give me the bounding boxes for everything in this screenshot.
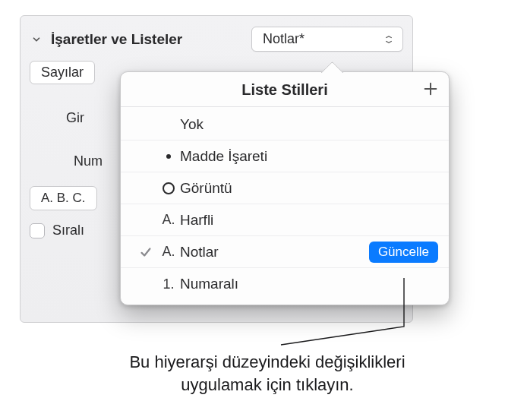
list-style-option[interactable]: Yok <box>121 109 449 141</box>
popover-header: Liste Stilleri <box>121 72 449 107</box>
ordered-checkbox[interactable] <box>30 223 45 238</box>
list-style-option[interactable]: A.NotlarGüncelle <box>121 236 449 268</box>
numbers-label: Sayılar <box>41 65 84 81</box>
numbering-format-value: A. B. C. <box>41 191 86 206</box>
list-styles-popover: Liste Stilleri YokMadde İşaretiGörüntüA.… <box>120 71 450 305</box>
list-style-option[interactable]: Madde İşareti <box>121 141 449 172</box>
list-style-label: Numaralı <box>180 276 438 292</box>
list-style-label: Görüntü <box>180 180 438 197</box>
checkmark-icon <box>134 245 157 259</box>
list-style-dropdown[interactable]: Notlar* <box>251 27 403 52</box>
list-style-option[interactable]: A.Harfli <box>121 204 449 236</box>
callout-text: Bu hiyerarşi düzeyindeki değişiklikleri … <box>55 351 480 396</box>
list-style-label: Yok <box>180 116 438 133</box>
indent-label-fragment: Gir <box>66 110 84 126</box>
list-style-value: Notlar* <box>263 31 305 47</box>
ordered-checkbox-label: Sıralı <box>52 223 84 238</box>
list-style-option[interactable]: 1.Numaralı <box>121 268 449 300</box>
disclosure-triangle-icon[interactable] <box>30 33 43 46</box>
numbering-label-fragment: Num <box>74 153 103 169</box>
callout-line1: Bu hiyerarşi düzeyindeki değişiklikleri <box>129 352 405 371</box>
numbers-dropdown[interactable]: Sayılar <box>30 61 95 84</box>
callout-line2: uygulamak için tıklayın. <box>181 375 353 394</box>
list-marker-icon: A. <box>157 212 180 228</box>
chevron-down-icon <box>383 33 395 46</box>
popover-list: YokMadde İşaretiGörüntüA.HarfliA.NotlarG… <box>121 107 449 305</box>
popover-title: Liste Stilleri <box>241 81 327 98</box>
list-style-label: Harfli <box>180 212 438 229</box>
list-style-label: Madde İşareti <box>180 148 438 165</box>
list-style-label: Notlar <box>180 244 369 261</box>
update-style-button[interactable]: Güncelle <box>369 242 438 263</box>
section-header-row: İşaretler ve Listeler Notlar* <box>21 16 412 59</box>
numbering-format-dropdown[interactable]: A. B. C. <box>30 186 97 210</box>
section-title: İşaretler ve Listeler <box>51 31 182 48</box>
list-style-option[interactable]: Görüntü <box>121 172 449 204</box>
list-marker-icon: 1. <box>157 276 180 292</box>
list-marker-icon: A. <box>157 244 180 260</box>
add-style-button[interactable] <box>420 78 441 99</box>
list-marker-icon <box>157 182 180 194</box>
list-marker-icon <box>157 154 180 159</box>
